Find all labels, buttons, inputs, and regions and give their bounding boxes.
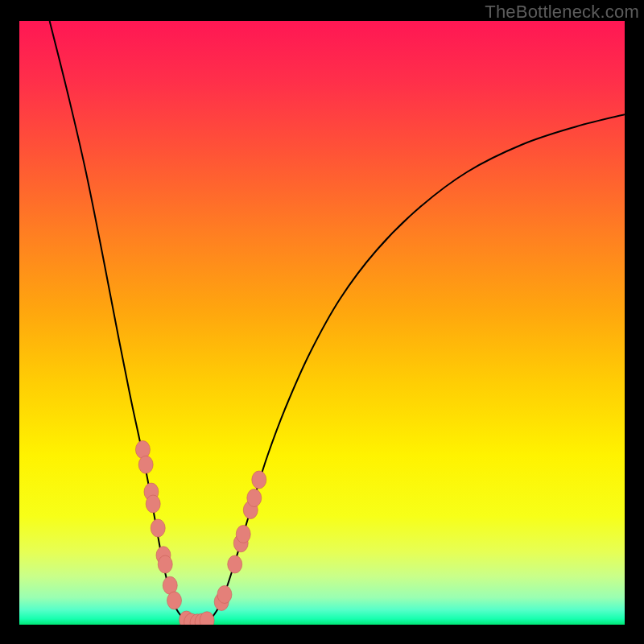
chart-frame: TheBottleneck.com	[0, 0, 644, 644]
data-marker	[167, 592, 182, 609]
data-marker	[228, 555, 242, 573]
data-marker	[146, 495, 160, 513]
data-marker	[138, 456, 153, 473]
data-marker	[158, 555, 172, 573]
data-marker	[135, 441, 150, 459]
data-marker	[252, 471, 266, 489]
data-marker	[217, 586, 232, 604]
bottleneck-chart	[19, 21, 625, 625]
plot-area	[19, 21, 625, 625]
data-marker	[151, 519, 165, 537]
data-marker	[236, 526, 250, 543]
data-marker	[247, 489, 262, 507]
gradient-background	[19, 21, 625, 625]
watermark-text: TheBottleneck.com	[485, 2, 639, 23]
